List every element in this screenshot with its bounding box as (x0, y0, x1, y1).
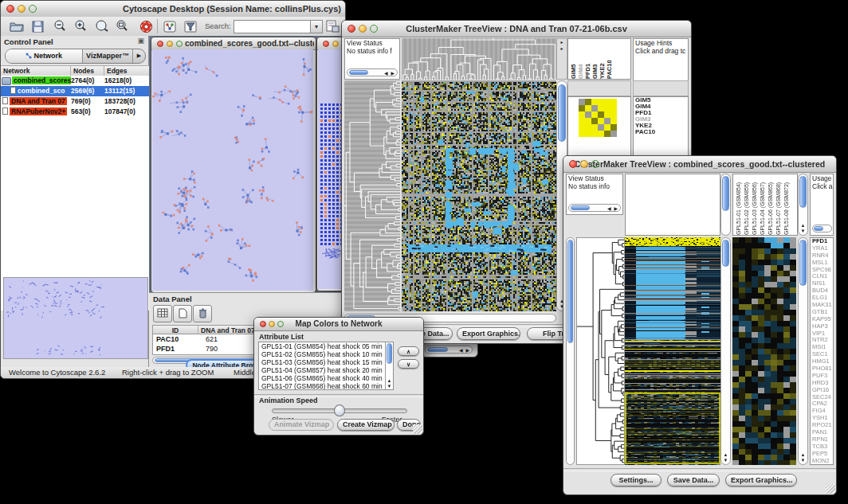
gene-label[interactable]: MAK31 (811, 302, 833, 309)
tv2-heatmap[interactable] (625, 237, 720, 465)
tv2-hints-scrollbar[interactable] (812, 225, 832, 232)
gene-label[interactable]: NTR2 (811, 337, 833, 344)
gene-label[interactable]: SEC1 (811, 351, 833, 358)
array-column-label[interactable]: GPL51-06 (GSM865) (767, 174, 775, 235)
close-button[interactable] (260, 321, 266, 327)
tv1-column-dendrogram[interactable] (402, 38, 556, 80)
attribute-browser-icon[interactable] (323, 18, 342, 35)
create-vizmap-button[interactable]: Create Vizmap (337, 419, 395, 431)
gene-label[interactable]: CLN1 (811, 273, 833, 280)
tab-vizmapper[interactable]: VizMapper™ (83, 49, 133, 63)
network-overview-icon[interactable] (160, 18, 179, 35)
resize-grip[interactable] (826, 484, 835, 494)
close-button[interactable] (6, 5, 14, 13)
array-column-label[interactable]: GPL51-03 (GSM856) (751, 174, 759, 235)
gene-label[interactable]: PUF3 (811, 373, 833, 380)
zoom-button[interactable] (591, 160, 599, 168)
gene-label[interactable]: SPC98 (811, 267, 833, 274)
tv2-settings-button[interactable]: Settings... (610, 474, 662, 486)
gene-label[interactable]: PEP5 (811, 451, 833, 458)
gene-label[interactable]: YSH1 (811, 415, 833, 422)
close-button[interactable] (347, 25, 355, 33)
gene-label[interactable]: RPN1 (811, 436, 833, 443)
gene-label[interactable]: GPI16 (811, 387, 833, 394)
tv2-zoom-heatmap[interactable] (732, 237, 796, 465)
gene-label[interactable]: MON2 (811, 458, 833, 465)
attribute-item[interactable]: GPL51-03 (GSM856) heat shock 15 min (259, 358, 385, 366)
network-canvas[interactable] (152, 49, 313, 291)
treeview1-title-bar[interactable]: ClusterMaker TreeView : DNA and Tran 07-… (342, 21, 691, 37)
scrollbar-thumb[interactable] (427, 347, 448, 352)
tv1-export-graphics-button[interactable]: Export Graphics... (457, 327, 520, 340)
fragment-scrollbar[interactable]: ◀ ▶ (425, 346, 473, 354)
close-button[interactable] (157, 41, 163, 47)
scroll-arrows-icon[interactable]: ◀ ▶ (459, 347, 470, 353)
gene-label[interactable]: CPA2 (811, 400, 833, 408)
tv2-column-tree-panel[interactable] (625, 174, 720, 236)
treeview2-title-bar[interactable]: ClusterMaker TreeView : combined_scores_… (563, 156, 836, 173)
tv2-export-graphics-button[interactable]: Export Graphics... (725, 474, 797, 486)
gene-label[interactable]: PAN1 (811, 429, 833, 436)
filter-icon[interactable] (181, 18, 200, 35)
column-label[interactable]: GIM5 (570, 39, 577, 79)
gene-label[interactable]: HRD3 (811, 380, 833, 387)
attribute-item[interactable]: GPL51-04 (GSM857) heat shock 20 min (259, 366, 385, 374)
network-view-title-bar[interactable]: combined_scores_good.txt--cluste... (151, 37, 316, 50)
float-panel-icon[interactable]: ▣ (137, 37, 144, 45)
gene-label[interactable]: HAP3 (811, 323, 833, 330)
gene-label[interactable]: RPO21 (811, 422, 833, 429)
delete-attribute-trash-icon[interactable] (193, 305, 212, 322)
zoom-button[interactable] (277, 321, 284, 327)
animation-speed-slider-thumb[interactable] (334, 404, 345, 416)
attribute-item[interactable]: GPL51-01 (GSM854) heat shock 05 min (259, 342, 385, 350)
tv1-cluster-matrix[interactable] (579, 99, 617, 137)
array-column-label[interactable]: GPL51-08 (GSM872) (783, 174, 791, 235)
tv2-save-data-button[interactable]: Save Data... (667, 474, 720, 486)
gene-label[interactable]: HMG1 (811, 358, 833, 365)
new-attribute-icon[interactable] (173, 305, 192, 322)
zoom-fit-icon[interactable] (112, 18, 132, 35)
network-row-dna-tran[interactable]: DNA and Tran 07 769(0) 183728(0) (1, 96, 149, 107)
tv1-heatmap[interactable] (402, 80, 556, 311)
tab-network[interactable]: Network (6, 49, 83, 63)
attribute-up-button[interactable]: ∧ (398, 346, 419, 356)
tv1-row-dendrogram[interactable] (344, 80, 400, 311)
network-row-rnapuber[interactable]: RNAPuberNov2+ 563(0) 107847(0) (1, 107, 149, 117)
attribute-item[interactable]: GPL51-07 (GSM868) heat shock 60 min (259, 382, 385, 390)
gene-label[interactable]: PFD1 (811, 238, 833, 245)
minimize-button[interactable] (359, 25, 367, 33)
gene-label[interactable]: SEC24 (811, 394, 833, 401)
close-button[interactable] (569, 160, 577, 168)
tv2-left-scrollbar[interactable] (566, 237, 575, 465)
tv1-splitter-strip[interactable]: ▸▸ (556, 38, 567, 80)
array-column-label[interactable]: GPL51-07 (GSM868) (775, 174, 783, 235)
column-label[interactable]: GIM4 (577, 39, 584, 79)
tv1-column-labels-panel[interactable]: GIM5GIM4PFD1GIM3YKE2PAC10 (567, 38, 631, 80)
gene-label[interactable]: MSI1 (811, 344, 833, 351)
tv1-status-scrollbar[interactable]: ◀ ▶ (347, 68, 398, 76)
zoom-out-icon[interactable] (50, 18, 69, 35)
tab-overflow-arrow[interactable]: ▶ (133, 49, 145, 63)
gene-label[interactable]: BUD4 (811, 287, 833, 295)
animate-vizmap-button[interactable]: Animate Vizmap (269, 419, 334, 431)
search-dropdown-button[interactable]: ▼ (310, 20, 323, 33)
gene-label[interactable]: GTB1 (811, 309, 833, 316)
tv2-row-dendrogram[interactable] (576, 237, 625, 465)
zoom-button[interactable] (29, 5, 37, 13)
array-column-label[interactable]: GPL51-02 (GSM855) (743, 174, 751, 235)
open-file-button[interactable] (7, 18, 26, 35)
column-label[interactable]: PFD1 (584, 39, 591, 79)
table-mode-icon[interactable] (153, 305, 172, 322)
minimize-button[interactable] (167, 41, 173, 47)
tv2-status-scrollbar[interactable]: ◀ ▶ (568, 204, 621, 212)
attribute-item[interactable]: GPL51-06 (GSM865) heat shock 40 min (259, 374, 385, 382)
close-button[interactable] (323, 41, 329, 47)
gene-label[interactable]: PHO81 (811, 365, 833, 373)
network-row-selected[interactable]: combined_sco 2569(6) 13112(15) (1, 86, 149, 96)
gene-label[interactable]: KAP95 (811, 316, 833, 323)
gene-label[interactable]: ELG1 (811, 295, 833, 302)
gene-label[interactable]: RNR4 (811, 252, 833, 260)
column-label[interactable]: PAC10 (606, 39, 613, 79)
attribute-listbox[interactable]: GPL51-01 (GSM854) heat shock 05 minGPL51… (258, 342, 394, 390)
gene-label[interactable]: TCB3 (811, 443, 833, 451)
